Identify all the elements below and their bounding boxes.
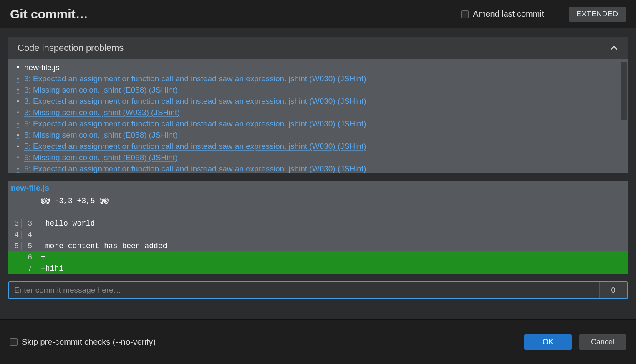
ok-button[interactable]: OK <box>524 334 572 350</box>
inspection-issue-item[interactable]: 3: Missing semicolon. jshint (E058) (JSH… <box>16 84 626 95</box>
inspection-issue-item[interactable]: 5: Expected an assignment or function ca… <box>16 141 626 152</box>
diff-body: @@ -3,3 +3,5 @@33 hello world44 55 more … <box>8 195 628 274</box>
diff-file-name[interactable]: new-file.js <box>8 181 628 195</box>
scrollbar-thumb[interactable] <box>621 62 627 120</box>
inspection-issue-item[interactable]: 5: Expected an assignment or function ca… <box>16 163 626 173</box>
amend-last-commit-checkbox[interactable]: Amend last commit <box>461 9 544 19</box>
dialog-body: Code inspection problems new-file.js3: E… <box>0 28 636 319</box>
diff-panel: new-file.js @@ -3,3 +3,5 @@33 hello worl… <box>8 181 628 274</box>
checkbox-icon <box>461 10 469 18</box>
dialog-title: Git commit… <box>10 7 88 21</box>
diff-line: 33 hello world <box>8 218 628 229</box>
diff-line: 6+ <box>8 251 628 263</box>
inspection-panel-header[interactable]: Code inspection problems <box>8 37 628 59</box>
extended-button[interactable]: EXTENDED <box>569 7 626 22</box>
commit-input-wrap: 0 <box>8 281 628 299</box>
inspection-issue-item[interactable]: 3: Expected an assignment or function ca… <box>16 73 626 84</box>
diff-line: 44 <box>8 229 628 240</box>
amend-label: Amend last commit <box>473 9 544 19</box>
inspection-issue-item[interactable]: 5: Missing semicolon. jshint (E058) (JSH… <box>16 129 626 141</box>
chevron-up-icon <box>609 43 618 53</box>
inspection-title: Code inspection problems <box>18 43 124 53</box>
checkbox-icon <box>10 338 18 346</box>
inspection-problems-list: new-file.js3: Expected an assignment or … <box>8 59 628 173</box>
inspection-issue-item[interactable]: 3: Expected an assignment or function ca… <box>16 95 626 107</box>
inspection-issue-item[interactable]: 3: Missing semicolon. jshint (W033) (JSH… <box>16 107 626 118</box>
inspection-panel: Code inspection problems new-file.js3: E… <box>8 37 628 173</box>
inspection-issue-item[interactable]: 5: Missing semicolon. jshint (E058) (JSH… <box>16 152 626 163</box>
diff-hunk-header: @@ -3,3 +3,5 @@ <box>8 195 628 206</box>
inspection-file-item[interactable]: new-file.js <box>16 62 626 73</box>
cancel-button[interactable]: Cancel <box>579 334 626 350</box>
commit-char-counter: 0 <box>599 282 627 298</box>
diff-line: 7+hihi <box>8 263 628 274</box>
skip-precommit-checkbox[interactable]: Skip pre-commit checks (--no-verify) <box>10 337 156 347</box>
dialog-footer: Skip pre-commit checks (--no-verify) OK … <box>0 319 636 364</box>
dialog-header: Git commit… Amend last commit EXTENDED <box>0 0 636 28</box>
skip-precommit-label: Skip pre-commit checks (--no-verify) <box>22 337 156 347</box>
diff-line: 55 more content has been added <box>8 240 628 251</box>
commit-message-row: 0 <box>8 281 628 299</box>
inspection-issue-item[interactable]: 5: Expected an assignment or function ca… <box>16 118 626 129</box>
commit-message-input[interactable] <box>9 282 599 298</box>
